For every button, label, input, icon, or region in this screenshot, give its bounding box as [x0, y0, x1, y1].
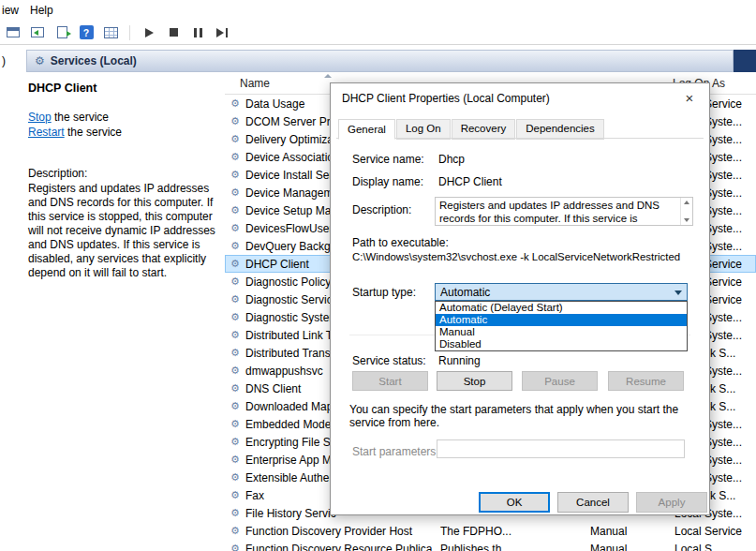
service-description-cell: The FDPHO...	[440, 525, 511, 538]
service-gear-icon: ⚙	[230, 114, 240, 128]
startup-type-dropdown: Automatic (Delayed Start)AutomaticManual…	[435, 301, 688, 351]
service-status-label: Service status:	[352, 354, 426, 367]
restart-service-icon[interactable]	[214, 24, 230, 41]
service-startup-cell: Manual	[590, 525, 627, 538]
service-name: Downloaded Map	[245, 400, 333, 413]
service-gear-icon: ⚙	[230, 150, 240, 164]
service-name: File History Servic	[245, 507, 336, 520]
pause-button[interactable]: Pause	[522, 371, 598, 391]
name-column-header[interactable]: Name	[240, 77, 270, 90]
service-gear-icon: ⚙	[230, 186, 240, 200]
description-scroll-arrows[interactable]	[680, 198, 692, 225]
path-label: Path to executable:	[352, 236, 449, 249]
start-service-icon[interactable]	[141, 24, 157, 41]
restart-service-link[interactable]: Restart	[28, 126, 65, 139]
start-button[interactable]: Start	[352, 371, 428, 391]
service-name: DevicesFlowUserS	[245, 222, 340, 235]
service-description-cell: Publishes th...	[440, 543, 511, 551]
restart-service-line: Restart the service	[28, 126, 122, 139]
startup-type-label: Startup type:	[352, 286, 416, 299]
cancel-button[interactable]: Cancel	[557, 492, 629, 513]
properties-table-icon[interactable]	[102, 24, 119, 41]
service-gear-icon: ⚙	[230, 381, 240, 395]
services-local-banner[interactable]: ⚙ Services (Local)	[26, 50, 734, 72]
service-name: Distributed Link T	[245, 329, 333, 342]
help-icon[interactable]: ?	[78, 24, 95, 41]
menu-help[interactable]: Help	[24, 2, 59, 19]
banner-title: Services (Local)	[51, 54, 137, 67]
service-gear-icon: ⚙	[230, 275, 240, 289]
restart-service-suffix: the service	[65, 126, 122, 139]
service-gear-icon: ⚙	[230, 542, 240, 551]
display-name-label: Display name:	[352, 175, 423, 188]
service-name: DNS Client	[245, 382, 301, 395]
tab-general[interactable]: General	[338, 119, 395, 140]
dialog-description-box[interactable]: Registers and updates IP addresses and D…	[435, 197, 693, 226]
startup-option-manual[interactable]: Manual	[436, 326, 687, 338]
start-parameters-input[interactable]	[437, 439, 685, 458]
menu-view[interactable]: iew	[0, 2, 24, 19]
service-name: Diagnostic System	[245, 311, 338, 324]
dialog-description-text: Registers and updates IP addresses and D…	[439, 199, 675, 226]
service-gear-icon: ⚙	[230, 453, 240, 467]
console-tree-fragment: )	[2, 54, 6, 67]
tab-dependencies[interactable]: Dependencies	[516, 119, 604, 140]
start-parameters-label: Start parameters:	[352, 445, 439, 458]
scroll-up-icon[interactable]	[684, 201, 689, 204]
stop-service-icon[interactable]	[165, 24, 182, 41]
startup-option-automatic-delayed-start[interactable]: Automatic (Delayed Start)	[436, 302, 687, 314]
stop-service-suffix: the service	[52, 111, 109, 124]
service-startup-cell: Manual	[590, 543, 627, 551]
service-name: Delivery Optimiza	[245, 133, 334, 146]
service-row[interactable]: ⚙Function Discovery Resource Publica...P…	[225, 540, 756, 551]
close-icon[interactable]: ×	[675, 87, 704, 108]
service-description-text: Registers and updates IP addresses and D…	[28, 182, 223, 280]
resume-button[interactable]: Resume	[608, 371, 684, 391]
service-name: Extensible Authen	[245, 471, 335, 484]
stop-service-line: Stop the service	[28, 111, 109, 124]
service-name: DCOM Server Pro	[245, 115, 336, 128]
service-gear-icon: ⚙	[230, 239, 240, 253]
pause-service-icon[interactable]	[189, 24, 206, 41]
service-row[interactable]: ⚙Function Discovery Provider HostThe FDP…	[225, 522, 756, 540]
description-label: Description:	[28, 167, 87, 180]
actions-pane-corner	[734, 50, 756, 72]
service-name: Distributed Transa	[245, 347, 336, 360]
service-name: Device Setup Man	[245, 204, 337, 217]
console-tree-icon[interactable]	[29, 24, 46, 41]
service-logon-cell: Local S...	[674, 543, 721, 551]
service-gear-icon: ⚙	[230, 292, 240, 306]
toolbar: ?	[0, 21, 756, 45]
display-name-value: DHCP Client	[438, 175, 502, 188]
ok-button[interactable]: OK	[479, 492, 550, 513]
path-value: C:\Windows\system32\svchost.exe -k Local…	[352, 251, 680, 262]
start-parameters-hint: You can specify the start parameters tha…	[349, 403, 705, 429]
apply-button[interactable]: Apply	[636, 492, 707, 513]
service-gear-icon: ⚙	[230, 470, 240, 484]
service-name: Device Associatio	[245, 151, 334, 164]
service-name: Data Usage	[245, 97, 304, 111]
service-gear-icon: ⚙	[230, 221, 240, 235]
startup-option-disabled[interactable]: Disabled	[436, 338, 687, 350]
console-window-icon[interactable]	[5, 24, 22, 41]
startup-type-combobox[interactable]: Automatic	[435, 283, 688, 301]
export-list-icon[interactable]	[53, 24, 70, 41]
dialog-tabs: General Log On Recovery Dependencies	[338, 119, 605, 140]
stop-service-link[interactable]: Stop	[28, 111, 52, 124]
sort-ascending-icon	[324, 74, 332, 78]
service-name: Diagnostic Servic	[245, 293, 333, 306]
service-gear-icon: ⚙	[230, 132, 240, 146]
service-gear-icon: ⚙	[230, 328, 240, 342]
tab-log-on[interactable]: Log On	[396, 119, 451, 140]
scroll-down-icon[interactable]	[684, 218, 689, 222]
tab-recovery[interactable]: Recovery	[452, 119, 516, 140]
service-name-label: Service name:	[352, 153, 424, 166]
service-gear-icon: ⚙	[230, 524, 240, 538]
service-gear-icon: ⚙	[230, 488, 240, 502]
service-name: Fax	[245, 489, 264, 502]
startup-option-automatic[interactable]: Automatic	[436, 314, 687, 326]
service-status-value: Running	[438, 354, 481, 367]
dialog-title: DHCP Client Properties (Local Computer)	[342, 92, 550, 105]
service-name: Diagnostic Policy	[245, 276, 331, 289]
stop-button[interactable]: Stop	[437, 371, 512, 391]
